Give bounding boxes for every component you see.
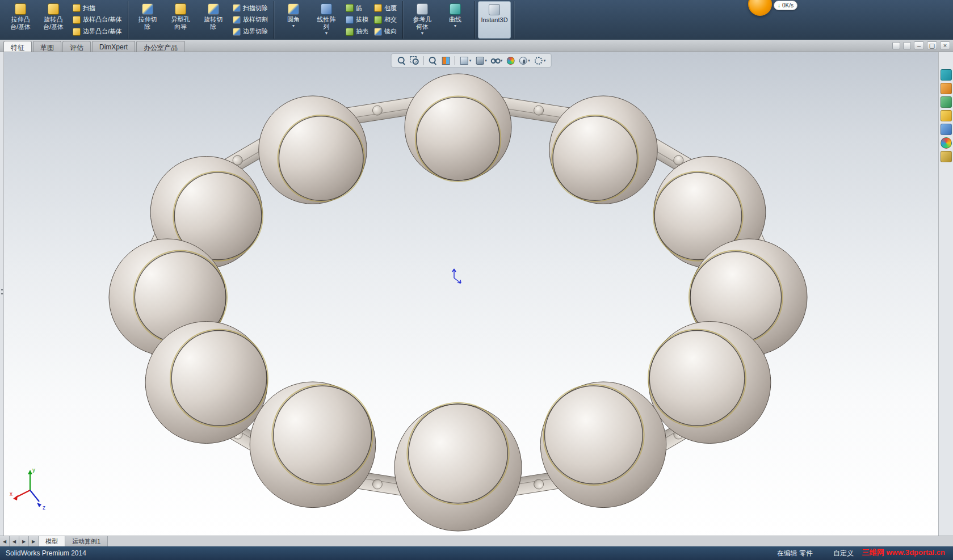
solidworks-forum-icon[interactable] (941, 151, 952, 162)
dropdown-arrow-icon[interactable]: ▼ (421, 31, 425, 35)
intersect-button[interactable]: 相交 (372, 14, 398, 25)
view-orientation-button[interactable]: ▾ (458, 55, 473, 66)
lofted-boss-icon (73, 16, 81, 24)
toolbar-stack: 筋拔模抽壳 (343, 1, 371, 39)
fillet-button[interactable]: 圆角▼ (277, 1, 310, 39)
view-palette-icon[interactable] (941, 110, 952, 121)
display-style-button[interactable]: ▾ (473, 55, 488, 66)
toolbar-stack: 扫描放样凸台/基体边界凸台/基体 (70, 1, 125, 39)
ball-joint-sphere[interactable] (394, 403, 522, 531)
ball-joint-sphere[interactable] (259, 96, 367, 204)
hide-show-items-button[interactable]: ▾ (489, 55, 504, 66)
doc-tab-model[interactable]: 模型 (39, 536, 65, 546)
close-button[interactable]: × (940, 41, 950, 49)
download-arrow-icon: ↓ (778, 2, 780, 9)
quick-doc2-icon[interactable] (903, 42, 911, 49)
hole-wizard-button[interactable]: 异型孔 向导 (164, 1, 197, 39)
spheres[interactable] (109, 74, 807, 531)
ball-joint-sphere[interactable] (250, 382, 376, 508)
tab-scroll-button-3[interactable]: ▶ (29, 536, 39, 546)
dropdown-arrow-icon[interactable]: ▼ (325, 31, 329, 35)
minimize-button[interactable]: – (914, 41, 924, 49)
apply-scene-button[interactable]: ▾ (517, 56, 531, 66)
dropdown-arrow-icon[interactable]: ▼ (292, 24, 296, 28)
section-view-button[interactable] (440, 55, 452, 66)
zoom-to-area-button[interactable] (409, 55, 421, 66)
revolved-boss-button[interactable]: 旋转凸 台/基体 (37, 1, 70, 39)
solidworks-resources-icon[interactable] (941, 69, 952, 81)
left-pane-splitter[interactable] (0, 52, 4, 536)
view-orientation-icon (459, 56, 469, 65)
boundary-cut-icon (233, 28, 241, 36)
button-label: 筋 (356, 4, 362, 12)
tab-scroll-button-0[interactable]: ◀ (0, 536, 10, 546)
instant3d-button[interactable]: Instant3D (478, 1, 511, 39)
sweep-button[interactable]: 扫描 (71, 3, 124, 14)
design-library-icon[interactable] (941, 83, 952, 94)
revolved-boss-icon (48, 3, 59, 15)
draft-button[interactable]: 拔模 (344, 14, 370, 25)
model-canvas[interactable]: xyz (4, 52, 938, 536)
boundary-cut-button[interactable]: 边界切除 (231, 26, 270, 37)
dropdown-arrow-icon[interactable]: ▾ (544, 58, 546, 63)
ball-joint-sphere[interactable] (145, 322, 268, 444)
graphics-viewport[interactable]: ▾▾▾▾▾ xyz (4, 52, 938, 536)
instant3d-icon (489, 4, 500, 15)
lofted-boss-button[interactable]: 放样凸台/基体 (71, 14, 124, 25)
tab-office-products[interactable]: 办公室产品 (136, 41, 185, 52)
mirror-button[interactable]: 镜向 (372, 26, 398, 37)
view-settings-button[interactable]: ▾ (532, 55, 547, 66)
fillet-icon (288, 3, 299, 15)
appearances-scenes-icon[interactable] (941, 124, 952, 135)
extruded-boss-button[interactable]: 拉伸凸 台/基体 (4, 1, 37, 39)
dropdown-arrow-icon[interactable]: ▾ (528, 58, 530, 63)
restore-button[interactable]: ▢ (927, 41, 937, 49)
dropdown-arrow-icon[interactable]: ▼ (454, 24, 457, 28)
swept-cut-button[interactable]: 扫描切除 (231, 3, 270, 14)
ball-joint-sphere[interactable] (540, 382, 666, 508)
zoom-to-area-icon (410, 56, 419, 65)
tab-scroll-button-2[interactable]: ▶ (19, 536, 29, 546)
button-label: 镜向 (384, 27, 397, 36)
revolved-cut-button[interactable]: 旋转切 除 (197, 1, 230, 39)
custom-properties-icon[interactable] (941, 137, 952, 149)
swept-cut-icon (233, 4, 241, 12)
ball-joint-sphere[interactable] (405, 74, 511, 182)
wrap-button[interactable]: 包覆 (372, 3, 398, 14)
dropdown-arrow-icon[interactable]: ▾ (469, 58, 472, 63)
button-label: 扫描切除 (243, 4, 268, 12)
toolbar-group: Instant3D (475, 1, 514, 39)
shell-button[interactable]: 抽壳 (344, 26, 370, 37)
previous-view-button[interactable] (427, 55, 439, 66)
tab-evaluate[interactable]: 评估 (62, 41, 91, 52)
svg-text:y: y (32, 467, 35, 473)
section-view-icon (441, 56, 451, 65)
lofted-cut-button[interactable]: 放样切割 (231, 14, 270, 25)
network-speed-badge[interactable]: ↓ 0K/s (774, 1, 797, 10)
dropdown-arrow-icon[interactable]: ▾ (501, 58, 503, 63)
tab-scroll-button-1[interactable]: ◀ (10, 536, 19, 546)
doc-tab-motion-study-1[interactable]: 运动算例1 (65, 536, 108, 546)
dropdown-arrow-icon[interactable]: ▾ (485, 58, 487, 63)
reference-geometry-button[interactable]: 参考几 何体▼ (406, 1, 439, 39)
ball-joint-sphere[interactable] (648, 322, 771, 444)
zoom-to-fit-button[interactable] (396, 55, 408, 66)
ball-joint-sphere[interactable] (549, 96, 657, 204)
tab-sketch[interactable]: 草图 (33, 41, 61, 52)
splitter-grip-icon (1, 289, 3, 290)
custom-label[interactable]: 自定义 (833, 549, 854, 558)
tab-dimxpert[interactable]: DimXpert (92, 41, 135, 52)
quick-doc-icon[interactable] (892, 42, 900, 49)
origin-marker (452, 269, 461, 283)
tab-features[interactable]: 特征 (3, 41, 32, 52)
curves-button[interactable]: 曲线▼ (439, 1, 472, 39)
button-label: 放样凸台/基体 (83, 15, 122, 24)
shell-icon (346, 28, 354, 36)
boundary-boss-button[interactable]: 边界凸台/基体 (71, 26, 124, 37)
intersect-icon (374, 16, 382, 24)
edit-appearance-button[interactable] (505, 56, 516, 66)
rib-button[interactable]: 筋 (344, 3, 370, 14)
linear-pattern-button[interactable]: 线性阵 列▼ (310, 1, 343, 39)
file-explorer-icon[interactable] (941, 96, 952, 108)
extruded-cut-button[interactable]: 拉伸切 除 (131, 1, 164, 39)
